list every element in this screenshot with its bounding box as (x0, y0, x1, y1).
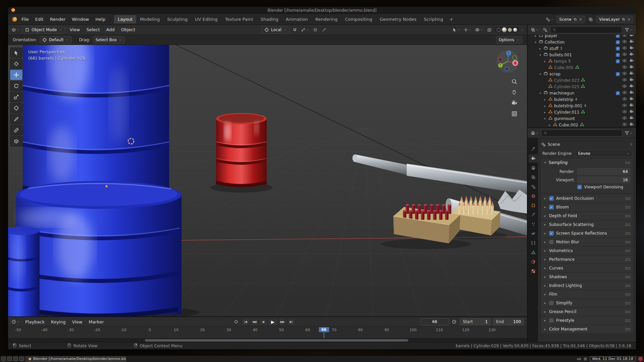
timeline-editor-type-button[interactable] (11, 318, 20, 325)
shading-solid-button[interactable] (502, 27, 506, 32)
jump-to-end-button[interactable]: ▶| (287, 318, 295, 325)
scene-name-field[interactable]: Scene× (556, 16, 585, 23)
panel-curves[interactable]: ▸Curves (541, 264, 633, 272)
panel-checkbox[interactable] (549, 240, 554, 244)
workspace-tab-uv-editing[interactable]: UV Editing (191, 15, 221, 23)
properties-search-input[interactable] (541, 130, 622, 136)
disable-in-renders-icon[interactable] (629, 35, 634, 39)
options-dropdown[interactable]: Options (496, 36, 522, 44)
disable-in-renders-icon[interactable] (629, 103, 634, 109)
red-barrel[interactable] (211, 113, 272, 193)
panel-bloom[interactable]: ▸✓Bloom (541, 203, 633, 211)
disclosure-closed-icon[interactable]: ▸ (543, 104, 547, 108)
shading-material-button[interactable] (508, 28, 512, 32)
hide-in-viewport-icon[interactable] (622, 103, 627, 109)
timeline-menu-keying[interactable]: Keying (48, 318, 69, 325)
outliner-row[interactable]: ▸Cube.002 (528, 122, 636, 127)
outliner-editor-type-button[interactable] (530, 26, 540, 34)
panel-checkbox[interactable]: ✓ (549, 231, 554, 236)
previous-frame-button[interactable]: ◀ (259, 318, 267, 325)
copy-icon[interactable] (574, 18, 577, 21)
window-titlebar[interactable]: Blender [/home/amalie/Desktop/blender/am… (8, 7, 636, 14)
panel-grease-pencil[interactable]: ▸Grease Pencil (541, 308, 633, 316)
properties-tab-world[interactable] (529, 192, 538, 200)
outliner-row[interactable]: ▾scrap✓ (528, 71, 636, 77)
properties-tab-render[interactable] (529, 154, 538, 163)
disable-in-renders-icon[interactable] (629, 71, 634, 77)
snap-settings-button[interactable] (300, 26, 310, 34)
menu-render[interactable]: Render (47, 16, 68, 23)
view-layer-browse-button[interactable] (587, 16, 594, 23)
collection-checkbox[interactable]: ✓ (616, 91, 620, 95)
outliner-row[interactable]: ▸player✓ (528, 35, 636, 39)
outliner-row[interactable]: Cylinder.025 (528, 83, 636, 90)
panel-indirect-lighting[interactable]: ▸Indirect Lighting (541, 282, 633, 290)
properties-tab-particles[interactable] (529, 220, 538, 228)
panel-ambient-occlusion[interactable]: ▸✓Ambient Occlusion (541, 194, 633, 202)
disable-in-renders-icon[interactable] (629, 97, 634, 102)
toggle-xray-button[interactable] (486, 26, 493, 34)
panel-simplify[interactable]: ▸Simplify (541, 299, 633, 307)
transform-orientation-select[interactable]: Local (262, 26, 289, 34)
disclosure-open-icon[interactable]: ▾ (534, 41, 537, 44)
orientation-select[interactable]: Default (40, 36, 72, 44)
gizmo-minus-x-axis[interactable] (499, 58, 502, 62)
shading-wireframe-button[interactable] (497, 28, 501, 32)
properties-tab-physics[interactable] (529, 229, 538, 238)
viewport-menu-add[interactable]: Add (103, 26, 118, 33)
outliner-row[interactable]: ▸buletstrip4 (528, 96, 636, 103)
show-overlays-button[interactable] (474, 26, 484, 34)
outliner-filter-button[interactable] (624, 26, 634, 34)
workspace-tab-texture-paint[interactable]: Texture Paint (221, 15, 257, 23)
outliner-search-input[interactable] (550, 26, 622, 33)
panel-checkbox[interactable] (549, 318, 554, 323)
viewport-menu-select[interactable]: Select (83, 26, 103, 33)
disclosure-closed-icon[interactable]: ▸ (534, 35, 537, 38)
viewport-menu-view[interactable]: View (67, 26, 83, 33)
hide-in-viewport-icon[interactable] (622, 122, 627, 127)
timeline-menu-view[interactable]: View (69, 318, 86, 325)
power-button[interactable] (638, 357, 643, 361)
hide-in-viewport-icon[interactable] (622, 90, 627, 96)
sampling-panel-header[interactable]: ▾ Sampling (541, 159, 633, 167)
taskbar-window-button[interactable]: Blender [/home/amalie/Desktop/blender/am… (25, 356, 126, 362)
orthographic-grid-icon[interactable] (511, 111, 518, 117)
taskbar-app-icon[interactable] (1, 357, 6, 361)
outliner-row[interactable]: ▸Cylinder.011 (528, 109, 636, 115)
collection-checkbox[interactable]: ✓ (616, 53, 620, 57)
disclosure-open-icon[interactable]: ▾ (538, 53, 542, 57)
sampling-viewport-field[interactable]: 16 (577, 176, 631, 183)
taskbar-clock[interactable]: Wed, 11 Dec 01:18:18 (590, 356, 636, 361)
panel-checkbox[interactable]: ✓ (549, 196, 554, 201)
navigation-gizmo[interactable]: Z X Y (495, 49, 520, 74)
hide-in-viewport-icon[interactable] (622, 71, 627, 77)
3d-scene-canvas[interactable] (8, 45, 527, 316)
gizmo-minus-z-axis[interactable] (505, 67, 509, 71)
outliner-row[interactable]: ▸stuff3✓ (528, 45, 636, 52)
properties-tab-modifiers[interactable] (529, 210, 538, 219)
menu-edit[interactable]: Edit (32, 16, 47, 23)
hide-in-viewport-icon[interactable] (622, 58, 627, 64)
tool-move[interactable] (10, 70, 22, 80)
properties-tab-output[interactable] (529, 164, 538, 172)
hide-in-viewport-icon[interactable] (622, 35, 627, 39)
3d-viewport[interactable]: User Perspective (66) barrels | Cylinder… (8, 45, 527, 316)
properties-tab-view-layer[interactable] (529, 173, 538, 181)
selectability-visibility-button[interactable] (451, 26, 461, 34)
collection-checkbox[interactable]: ✓ (616, 72, 620, 76)
panel-subsurface-scattering[interactable]: ▸Subsurface Scattering (541, 221, 633, 229)
menu-help[interactable]: Help (93, 16, 109, 23)
disclosure-closed-icon[interactable]: ▸ (543, 111, 547, 114)
camera-view-icon[interactable] (511, 100, 518, 106)
scrollbar-thumb[interactable] (145, 339, 408, 342)
panel-film[interactable]: ▸Film (541, 290, 633, 298)
collection-checkbox[interactable]: ✓ (616, 59, 620, 63)
use-preview-range-button[interactable] (450, 318, 458, 325)
hide-in-viewport-icon[interactable] (622, 52, 627, 58)
properties-tab-texture[interactable] (529, 267, 538, 275)
panel-motion-blur[interactable]: ▸Motion Blur (541, 238, 633, 246)
properties-tab-object-data[interactable] (529, 248, 538, 256)
panel-color-management[interactable]: ▸Color Management (541, 325, 633, 333)
play-button[interactable]: ▶ (268, 318, 278, 325)
outliner-row[interactable]: ▾gunmount (528, 115, 636, 122)
